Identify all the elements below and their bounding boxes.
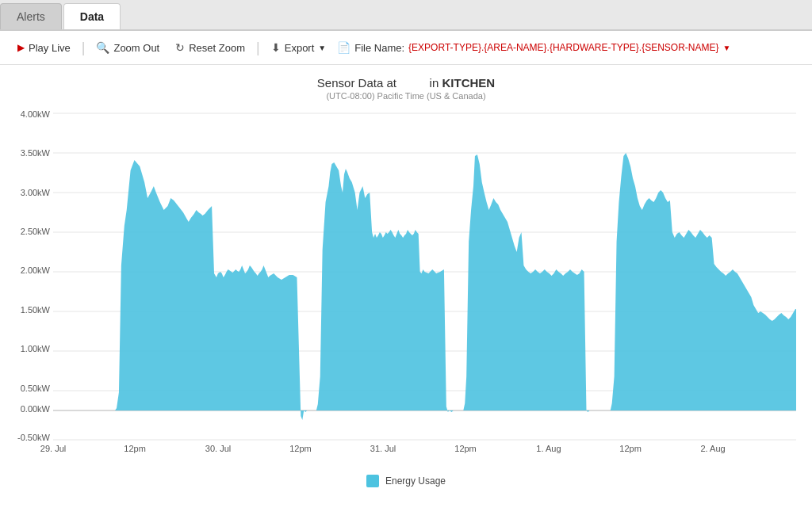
x-label-30jul: 30. Jul (205, 444, 231, 453)
chart-title-prefix: Sensor Data at (317, 76, 396, 90)
y-axis: 4.00kW 3.50kW 3.00kW 2.50kW 2.00kW 1.50k… (12, 107, 53, 448)
chart-wrapper: 4.00kW 3.50kW 3.00kW 2.50kW 2.00kW 1.50k… (12, 107, 800, 495)
chart-svg (53, 107, 796, 448)
zoom-out-label: Zoom Out (113, 42, 159, 54)
chart-timezone: (UTC-08:00) Pacific Time (US & Canada) (8, 91, 804, 101)
export-icon: ⬇ (271, 41, 281, 54)
chart-title: Sensor Data at in KITCHEN (8, 76, 804, 90)
x-label-29jul: 29. Jul (40, 444, 66, 453)
separator-1: | (82, 40, 86, 56)
legend-color-box (366, 475, 379, 487)
play-icon: ▶ (17, 42, 25, 53)
x-label-12pm-2: 12pm (289, 444, 312, 453)
legend-label: Energy Usage (385, 475, 446, 487)
toolbar: ▶ Play Live | 🔍 Zoom Out ↻ Reset Zoom | … (0, 31, 812, 65)
y-label-250: 2.50kW (21, 227, 50, 236)
file-name-section: 📄 File Name: {EXPORT-TYPE}.{AREA-NAME}.{… (337, 41, 730, 54)
y-label-050: 0.50kW (21, 384, 50, 393)
svg-marker-14 (611, 153, 796, 410)
chart-location: KITCHEN (442, 76, 495, 90)
zoom-out-button[interactable]: 🔍 Zoom Out (88, 37, 167, 58)
file-icon: 📄 (337, 41, 350, 54)
export-chevron-icon: ▼ (318, 44, 326, 52)
tabs-bar: Alerts Data (0, 0, 812, 31)
play-live-label: Play Live (29, 42, 71, 54)
reset-zoom-button[interactable]: ↻ Reset Zoom (167, 37, 253, 58)
reset-zoom-label: Reset Zoom (189, 42, 245, 54)
tab-alerts[interactable]: Alerts (0, 3, 62, 29)
file-template-chevron-icon: ▼ (723, 44, 731, 52)
x-axis: 29. Jul 12pm 30. Jul 12pm 31. Jul 12pm 1… (53, 444, 796, 460)
play-live-button[interactable]: ▶ Play Live (10, 38, 79, 58)
x-label-12pm-4: 12pm (619, 444, 642, 453)
y-label-100: 1.00kW (21, 344, 50, 353)
export-label: Export (285, 42, 315, 54)
x-label-2aug: 2. Aug (700, 444, 725, 453)
y-label-000: 0.00kW (21, 404, 50, 414)
svg-marker-12 (316, 162, 454, 412)
reset-zoom-icon: ↻ (175, 41, 185, 54)
file-template-value[interactable]: {EXPORT-TYPE}.{AREA-NAME}.{HARDWARE-TYPE… (408, 42, 718, 53)
x-label-31jul: 31. Jul (370, 444, 396, 453)
y-label-400: 4.00kW (21, 109, 50, 119)
chart-title-suffix: in (430, 76, 439, 90)
y-label-200: 2.00kW (21, 265, 50, 275)
y-label-neg050: -0.50kW (17, 433, 50, 442)
svg-marker-11 (115, 160, 307, 420)
separator-2: | (256, 40, 260, 56)
y-label-350: 3.50kW (21, 148, 50, 158)
x-label-1aug: 1. Aug (536, 444, 561, 453)
legend: Energy Usage (12, 475, 800, 487)
svg-marker-13 (463, 155, 589, 412)
tab-data[interactable]: Data (63, 3, 121, 29)
y-label-300: 3.00kW (21, 188, 50, 197)
zoom-out-icon: 🔍 (96, 41, 109, 54)
chart-container: Sensor Data at in KITCHEN (UTC-08:00) Pa… (0, 65, 812, 523)
x-label-12pm-3: 12pm (454, 444, 477, 453)
export-button[interactable]: ⬇ Export ▼ (263, 37, 334, 58)
x-label-12pm-1: 12pm (124, 444, 146, 453)
y-label-150: 1.50kW (21, 305, 50, 315)
file-name-label: File Name: (354, 42, 404, 54)
